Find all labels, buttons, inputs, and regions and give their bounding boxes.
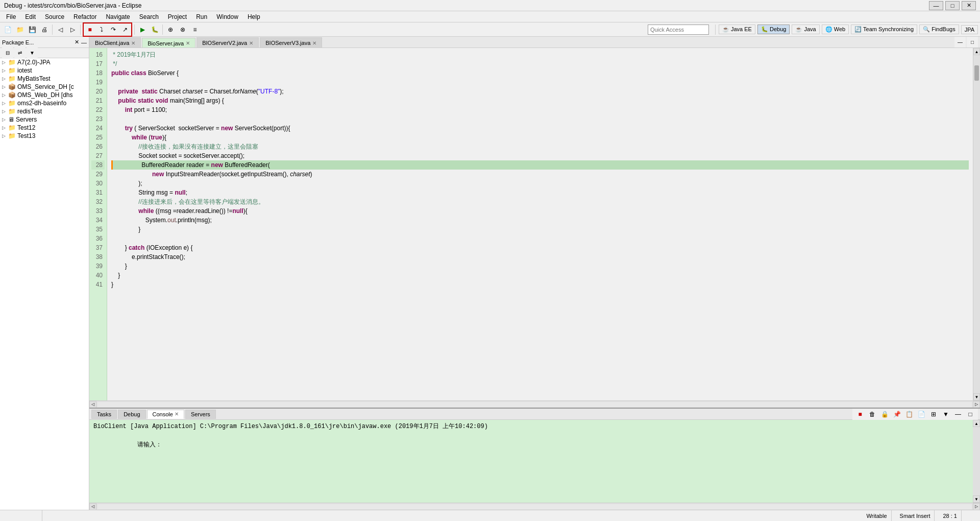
scroll-up-arrow[interactable]: ▲	[973, 48, 980, 55]
tree-arrow-oms-web: ▷	[2, 92, 7, 98]
scroll-thumb[interactable]	[974, 65, 979, 81]
tree-item-iotest[interactable]: ▷ 📁 iotest	[0, 66, 89, 75]
tb-extra2[interactable]: ⊗	[177, 24, 188, 35]
tab-bioserverv3-close[interactable]: ✕	[312, 40, 316, 46]
tree-item-test12[interactable]: ▷ 📁 Test12	[0, 124, 89, 132]
close-button[interactable]: ✕	[962, 1, 976, 10]
perspective-jpa[interactable]: JPA	[961, 25, 978, 34]
tab-bioclient[interactable]: BioClient.java ✕	[89, 37, 141, 48]
menu-file[interactable]: File	[2, 12, 20, 21]
menu-navigate[interactable]: Navigate	[102, 12, 134, 21]
tb-open-btn[interactable]: 📁	[14, 24, 26, 35]
tb-save-btn[interactable]: 💾	[27, 24, 38, 35]
console-scroll-left[interactable]: ◁	[89, 503, 96, 510]
code-line-39: }	[111, 262, 969, 271]
tb-debug-run-btn[interactable]: 🐛	[149, 24, 160, 35]
tb-debug-step1[interactable]: ⤵	[96, 24, 107, 35]
console-scroll-up[interactable]: ▲	[973, 420, 980, 427]
tab-bioserverv2-close[interactable]: ✕	[249, 40, 253, 46]
menu-edit[interactable]: Edit	[21, 12, 40, 21]
console-output[interactable]: BioClient [Java Application] C:\Program …	[89, 420, 973, 503]
console-scroll-down[interactable]: ▼	[973, 495, 980, 503]
console-paste-btn[interactable]: 📄	[916, 409, 927, 420]
editor-min-icon[interactable]: —	[954, 37, 966, 48]
console-htrack[interactable]	[97, 504, 972, 509]
tree-item-test13[interactable]: ▷ 📁 Test13	[0, 132, 89, 140]
menu-refactor[interactable]: Refactor	[69, 12, 101, 21]
tree-item-redis[interactable]: ▷ 📁 redisTest	[0, 107, 89, 115]
tree-item-oms-service[interactable]: ▷ 📦 OMS_Service_DH [c	[0, 83, 89, 91]
tab-debug-view[interactable]: Debug	[118, 410, 145, 419]
tb-print-btn[interactable]: 🖨	[39, 24, 50, 35]
menu-source[interactable]: Source	[41, 12, 68, 21]
collapse-all-icon[interactable]: ⊟	[2, 48, 13, 59]
tree-item-a7jpa[interactable]: ▷ 📁 A7(2.0)-JPA	[0, 58, 89, 66]
scroll-right-arrow[interactable]: ▷	[973, 401, 980, 408]
console-scrollbar[interactable]: ▲ ▼	[973, 420, 980, 503]
tb-extra3[interactable]: ≡	[189, 24, 201, 35]
tab-console-close[interactable]: ✕	[175, 411, 179, 417]
tab-bioserverv3[interactable]: BIOServerV3.java ✕	[260, 37, 322, 48]
console-scroll-right[interactable]: ▷	[973, 503, 980, 510]
scroll-track-h[interactable]	[97, 402, 972, 407]
close-panel-icon[interactable]: ✕	[75, 39, 79, 45]
tab-servers[interactable]: Servers	[185, 410, 216, 419]
editor-horizontal-scrollbar[interactable]: ◁ ▷	[89, 400, 980, 408]
quick-access-input[interactable]	[648, 25, 709, 35]
editor-max-icon[interactable]: □	[967, 37, 978, 48]
editor-scrollbar[interactable]: ▲ ▼	[973, 48, 980, 400]
console-layout-btn[interactable]: ⊞	[928, 409, 939, 420]
tb-fwd-btn[interactable]: ▷	[67, 24, 78, 35]
menu-search[interactable]: Search	[135, 12, 163, 21]
tb-back-btn[interactable]: ◁	[55, 24, 66, 35]
code-line-25: while (true){	[111, 133, 969, 142]
position-label: 28 : 1	[943, 513, 957, 519]
link-with-editor-icon[interactable]: ⇌	[14, 48, 26, 59]
console-hscroll[interactable]: ◁ ▷	[89, 503, 980, 510]
code-line-35: }	[111, 225, 969, 234]
code-editor[interactable]: * 2019年1月7日 */ public class BioServer { …	[107, 48, 973, 400]
perspective-java[interactable]: ☕ Java	[792, 25, 819, 34]
tab-bioserverv2[interactable]: BIOServerV2.java ✕	[197, 37, 259, 48]
console-min-btn[interactable]: —	[952, 409, 964, 420]
minimize-button[interactable]: —	[929, 1, 943, 10]
console-options-btn[interactable]: ▼	[940, 409, 951, 420]
tab-bioserver-close[interactable]: ✕	[186, 40, 190, 46]
tree-item-servers[interactable]: ▷ 🖥 Servers	[0, 115, 89, 124]
menu-window[interactable]: Window	[212, 12, 242, 21]
menu-help[interactable]: Help	[243, 12, 264, 21]
tree-item-oms-web[interactable]: ▷ 📦 OMS_Web_DH [dhs	[0, 91, 89, 99]
console-clear-btn[interactable]: 🗑	[867, 409, 878, 420]
tb-run-btn[interactable]: ▶	[137, 24, 148, 35]
scroll-down-arrow[interactable]: ▼	[973, 393, 980, 400]
perspective-findbugs[interactable]: 🔍 FindBugs	[919, 25, 959, 34]
tb-new-btn[interactable]: 📄	[2, 24, 13, 35]
tb-debug-step3[interactable]: ↗	[119, 24, 131, 35]
tab-bioserver[interactable]: BioServer.java ✕	[142, 38, 195, 48]
tree-label-test13: Test13	[17, 132, 35, 139]
perspective-debug[interactable]: 🐛 Debug	[757, 25, 790, 34]
console-copy-btn[interactable]: 📋	[903, 409, 915, 420]
console-max-btn[interactable]: □	[965, 409, 976, 420]
view-menu-icon[interactable]: ▼	[27, 48, 38, 59]
scroll-left-arrow[interactable]: ◁	[89, 401, 96, 408]
console-pin-btn[interactable]: 📌	[891, 409, 902, 420]
tree-item-oms2[interactable]: ▷ 📁 oms2-dh-baseinfo	[0, 99, 89, 107]
tb-debug-step2[interactable]: ↷	[108, 24, 119, 35]
tree-item-mybatis[interactable]: ▷ 📁 MyBatisTest	[0, 75, 89, 83]
console-scroll-lock-btn[interactable]: 🔒	[879, 409, 890, 420]
menu-project[interactable]: Project	[164, 12, 191, 21]
menu-run[interactable]: Run	[192, 12, 211, 21]
tab-tasks[interactable]: Tasks	[91, 410, 117, 419]
perspective-javaee[interactable]: ☕ Java EE	[719, 25, 755, 34]
perspective-web[interactable]: 🌐 Web	[822, 25, 849, 34]
minimize-panel-icon[interactable]: —	[81, 39, 87, 45]
console-stop-btn[interactable]: ■	[854, 409, 866, 420]
tab-console[interactable]: Console ✕	[147, 410, 184, 419]
tab-bioclient-close[interactable]: ✕	[131, 40, 135, 46]
tb-extra1[interactable]: ⊕	[165, 24, 176, 35]
perspective-team[interactable]: 🔄 Team Synchronizing	[851, 25, 917, 34]
line-39: 39	[91, 262, 105, 271]
tb-stop-btn[interactable]: ■	[84, 24, 95, 35]
maximize-button[interactable]: □	[945, 1, 960, 10]
